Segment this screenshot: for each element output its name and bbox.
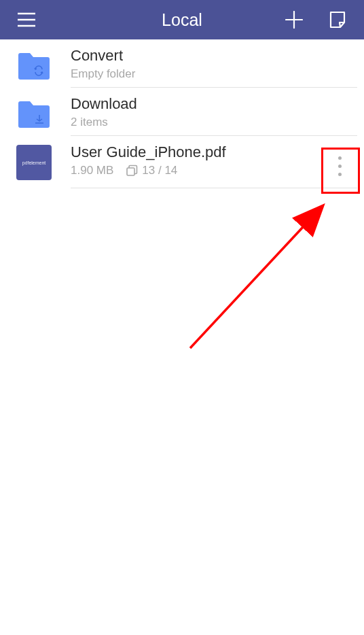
item-meta: Empty folder: [71, 67, 357, 81]
dots-vertical-icon: [338, 156, 342, 176]
item-body: Convert Empty folder: [71, 47, 357, 88]
list-item[interactable]: pdfelement User Guide_iPhone.pdf 1.90 MB…: [0, 136, 364, 188]
menu-icon: [18, 12, 35, 27]
thumb-label: pdfelement: [22, 160, 46, 165]
svg-line-1: [190, 207, 322, 348]
page-count: 13 / 14: [126, 164, 177, 177]
item-meta: 1.90 MB 13 / 14: [71, 164, 322, 177]
more-button[interactable]: [322, 143, 357, 188]
list-item[interactable]: Download 2 items: [0, 88, 364, 136]
item-name: Download: [71, 95, 357, 113]
file-size: 1.90 MB: [71, 164, 113, 177]
plus-icon: [285, 11, 303, 29]
page-title: Local: [162, 10, 202, 30]
menu-button[interactable]: [16, 10, 37, 30]
annotation-arrow: [187, 194, 330, 351]
item-body: User Guide_iPhone.pdf 1.90 MB 13 / 14: [71, 143, 322, 184]
svg-rect-0: [127, 168, 134, 175]
note-icon: [329, 11, 346, 29]
app-header: Local: [0, 0, 364, 39]
item-meta: 2 items: [71, 116, 357, 129]
file-thumbnail: pdfelement: [16, 145, 52, 180]
item-name: Convert: [71, 47, 357, 65]
file-list: Convert Empty folder Download 2 items: [0, 39, 364, 188]
add-button[interactable]: [284, 10, 304, 30]
pages-icon: [126, 165, 138, 177]
item-body: Download 2 items: [71, 95, 357, 136]
note-button[interactable]: [327, 10, 348, 30]
folder-icon: [16, 97, 52, 132]
item-name: User Guide_iPhone.pdf: [71, 143, 322, 161]
folder-icon: [16, 48, 52, 84]
list-item[interactable]: Convert Empty folder: [0, 39, 364, 88]
header-actions: [284, 10, 348, 30]
separator: [71, 188, 357, 188]
